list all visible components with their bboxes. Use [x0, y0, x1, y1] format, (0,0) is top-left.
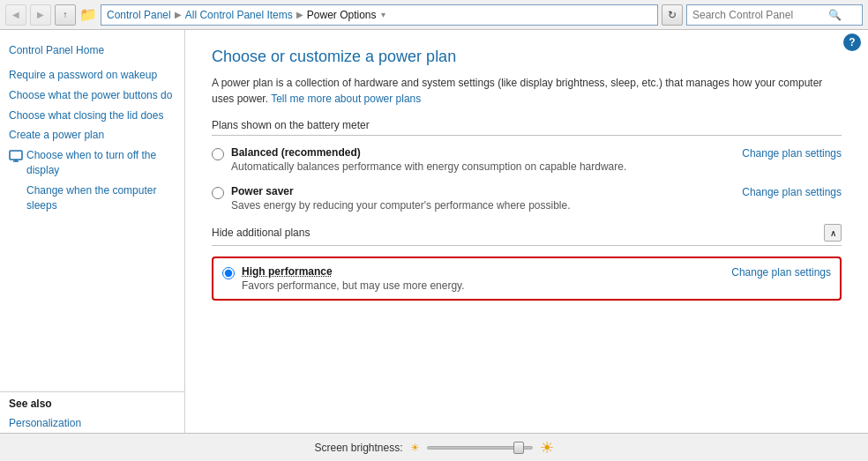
high-performance-plan-name: High performance [242, 265, 724, 278]
sidebar-home-link[interactable]: Control Panel Home [0, 39, 184, 60]
moon-icon [9, 184, 23, 198]
content-area: Choose or customize a power plan A power… [185, 30, 868, 461]
power-saver-plan-details: Power saver Saves energy by reducing you… [231, 185, 735, 212]
sidebar-item-computer-sleeps-container: Change when the computer sleeps [0, 181, 184, 216]
high-performance-plan-item: High performance Favors performance, but… [222, 265, 831, 292]
display-icon [9, 149, 23, 163]
brightness-label: Screen brightness: [314, 442, 402, 454]
high-performance-plan-desc: Favors performance, but may use more ene… [242, 279, 724, 292]
search-icon[interactable]: 🔍 [828, 9, 842, 21]
balanced-settings-link[interactable]: Change plan settings [742, 147, 842, 160]
balanced-plan-details: Balanced (recommended) Automatically bal… [231, 146, 735, 173]
up-button[interactable]: ↑ [55, 4, 76, 26]
sidebar-item-closing-lid[interactable]: Choose what closing the lid does [0, 106, 184, 126]
collapse-button[interactable]: ∧ [824, 224, 842, 242]
help-button[interactable]: ? [843, 33, 861, 51]
power-saver-plan-desc: Saves energy by reducing your computer's… [231, 199, 735, 212]
sidebar-item-create-plan[interactable]: Create a power plan [0, 125, 184, 145]
power-saver-settings-link[interactable]: Change plan settings [742, 186, 842, 198]
sidebar-item-computer-sleeps[interactable]: Change when the computer sleeps [26, 183, 176, 213]
page-description: A power plan is a collection of hardware… [212, 75, 842, 107]
search-box: 🔍 [686, 4, 863, 26]
balanced-plan-name: Balanced (recommended) [231, 146, 735, 159]
sidebar: Control Panel Home Require a password on… [0, 30, 185, 461]
high-performance-radio[interactable] [222, 267, 235, 279]
high-performance-settings-link[interactable]: Change plan settings [731, 266, 831, 279]
sidebar-item-personalization[interactable]: Personalization [0, 413, 184, 434]
titlebar: ◀ ▶ ↑ 📁 Control Panel ▶ All Control Pane… [0, 0, 868, 30]
folder-icon: 📁 [79, 6, 97, 23]
sidebar-item-turn-off-display[interactable]: Choose when to turn off the display [26, 148, 176, 178]
address-sep-2: ▶ [296, 10, 303, 19]
refresh-button[interactable]: ↻ [662, 4, 683, 26]
page-title: Choose or customize a power plan [212, 48, 842, 66]
back-button[interactable]: ◀ [5, 4, 26, 26]
power-saver-radio[interactable] [212, 187, 224, 199]
section-title: Plans shown on the battery meter [212, 119, 370, 131]
balanced-radio[interactable] [212, 148, 224, 160]
hidden-plans-label: Hide additional plans [212, 227, 310, 239]
sidebar-item-require-password[interactable]: Require a password on wakeup [0, 65, 184, 86]
power-saver-plan-item: Power saver Saves energy by reducing you… [212, 185, 842, 212]
sidebar-item-turn-off-display-container: Choose when to turn off the display [0, 145, 184, 181]
address-dropdown-button[interactable]: ▾ [379, 10, 387, 19]
main-layout: Control Panel Home Require a password on… [0, 30, 868, 461]
see-also-title: See also [0, 391, 184, 413]
hidden-plans-header: Hide additional plans ∧ [212, 224, 842, 246]
address-all-items[interactable]: All Control Panel Items [185, 9, 293, 21]
forward-button[interactable]: ▶ [30, 4, 51, 26]
balanced-plan-desc: Automatically balances performance with … [231, 160, 735, 173]
address-bar: Control Panel ▶ All Control Panel Items … [101, 4, 658, 26]
balanced-plan-item: Balanced (recommended) Automatically bal… [212, 146, 842, 173]
brightness-thumb[interactable] [513, 442, 524, 454]
sun-large-icon: ☀ [540, 438, 554, 457]
svg-rect-0 [10, 151, 22, 160]
battery-meter-section-header: Plans shown on the battery meter [212, 119, 842, 136]
brightness-slider-container[interactable] [427, 446, 533, 450]
address-current: Power Options [307, 9, 377, 21]
search-input[interactable] [692, 9, 825, 21]
sidebar-item-power-buttons[interactable]: Choose what the power buttons do [0, 86, 184, 106]
address-sep-1: ▶ [175, 10, 182, 19]
high-performance-plan-highlighted: High performance Favors performance, but… [212, 257, 842, 301]
power-saver-plan-name: Power saver [231, 185, 735, 197]
bottom-bar: Screen brightness: ☀ ☀ [0, 433, 868, 461]
address-control-panel[interactable]: Control Panel [107, 9, 171, 21]
high-performance-plan-details: High performance Favors performance, but… [242, 265, 724, 292]
learn-more-link[interactable]: Tell me more about power plans [271, 93, 421, 105]
sun-small-icon: ☀ [410, 442, 420, 454]
